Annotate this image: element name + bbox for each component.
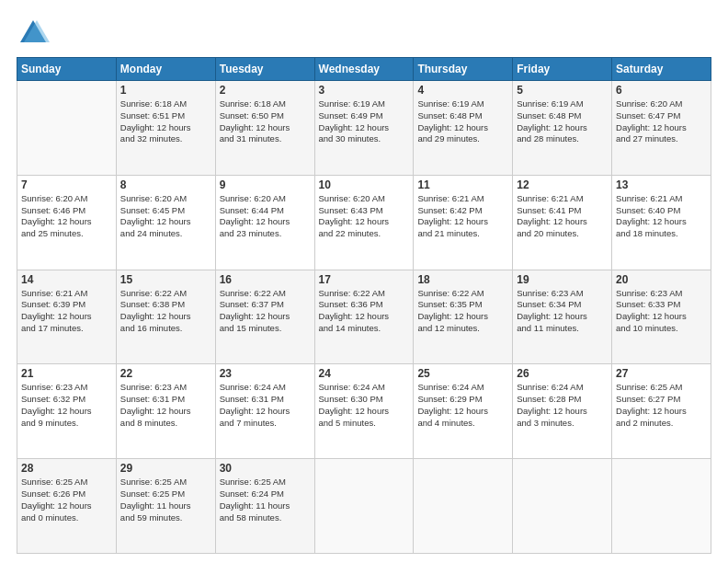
day-number: 29 (120, 462, 211, 475)
page: SundayMondayTuesdayWednesdayThursdayFrid… (0, 0, 728, 563)
day-number: 19 (517, 273, 608, 286)
calendar-week-row: 1Sunrise: 6:18 AM Sunset: 6:51 PM Daylig… (17, 81, 711, 176)
calendar-cell: 18Sunrise: 6:22 AM Sunset: 6:35 PM Dayli… (414, 270, 513, 364)
calendar-cell: 30Sunrise: 6:25 AM Sunset: 6:24 PM Dayli… (215, 459, 314, 554)
logo (17, 17, 55, 50)
day-info: Sunrise: 6:19 AM Sunset: 6:49 PM Dayligh… (319, 98, 410, 145)
calendar-cell: 2Sunrise: 6:18 AM Sunset: 6:50 PM Daylig… (215, 81, 314, 176)
day-number: 25 (417, 367, 508, 380)
weekday-header-friday: Friday (513, 58, 612, 81)
calendar-week-row: 14Sunrise: 6:21 AM Sunset: 6:39 PM Dayli… (17, 270, 711, 364)
day-info: Sunrise: 6:21 AM Sunset: 6:40 PM Dayligh… (616, 193, 707, 240)
day-number: 27 (616, 367, 707, 380)
calendar-cell: 26Sunrise: 6:24 AM Sunset: 6:28 PM Dayli… (513, 364, 612, 459)
day-info: Sunrise: 6:24 AM Sunset: 6:30 PM Dayligh… (319, 382, 410, 429)
day-info: Sunrise: 6:20 AM Sunset: 6:43 PM Dayligh… (319, 193, 410, 240)
day-info: Sunrise: 6:21 AM Sunset: 6:41 PM Dayligh… (517, 193, 608, 240)
calendar-cell: 5Sunrise: 6:19 AM Sunset: 6:48 PM Daylig… (513, 81, 612, 176)
calendar-cell: 15Sunrise: 6:22 AM Sunset: 6:38 PM Dayli… (116, 270, 215, 364)
weekday-header-row: SundayMondayTuesdayWednesdayThursdayFrid… (17, 58, 711, 81)
calendar-cell: 21Sunrise: 6:23 AM Sunset: 6:32 PM Dayli… (17, 364, 117, 459)
day-number: 23 (220, 367, 311, 380)
weekday-header-sunday: Sunday (17, 58, 117, 81)
day-number: 2 (220, 84, 311, 97)
calendar-cell: 10Sunrise: 6:20 AM Sunset: 6:43 PM Dayli… (314, 175, 414, 270)
calendar-cell: 12Sunrise: 6:21 AM Sunset: 6:41 PM Dayli… (513, 175, 612, 270)
calendar-cell: 25Sunrise: 6:24 AM Sunset: 6:29 PM Dayli… (414, 364, 513, 459)
day-number: 11 (417, 178, 508, 191)
day-number: 17 (319, 273, 410, 286)
day-number: 9 (220, 178, 311, 191)
day-info: Sunrise: 6:25 AM Sunset: 6:26 PM Dayligh… (21, 477, 112, 523)
calendar-cell: 9Sunrise: 6:20 AM Sunset: 6:44 PM Daylig… (215, 175, 314, 270)
calendar-cell: 4Sunrise: 6:19 AM Sunset: 6:48 PM Daylig… (414, 81, 513, 176)
calendar-cell (612, 459, 711, 554)
calendar-cell: 7Sunrise: 6:20 AM Sunset: 6:46 PM Daylig… (17, 175, 117, 270)
calendar-cell: 17Sunrise: 6:22 AM Sunset: 6:36 PM Dayli… (314, 270, 414, 364)
day-number: 5 (517, 84, 608, 97)
day-number: 16 (220, 273, 311, 286)
calendar-cell (17, 81, 117, 176)
header (17, 17, 711, 50)
day-number: 30 (220, 462, 311, 475)
day-number: 18 (417, 273, 508, 286)
day-info: Sunrise: 6:20 AM Sunset: 6:46 PM Dayligh… (21, 193, 112, 240)
calendar-cell: 22Sunrise: 6:23 AM Sunset: 6:31 PM Dayli… (116, 364, 215, 459)
day-number: 6 (616, 84, 707, 97)
day-number: 14 (21, 273, 112, 286)
day-number: 26 (517, 367, 608, 380)
day-info: Sunrise: 6:25 AM Sunset: 6:25 PM Dayligh… (120, 477, 211, 523)
day-number: 15 (120, 273, 211, 286)
calendar-cell: 13Sunrise: 6:21 AM Sunset: 6:40 PM Dayli… (612, 175, 711, 270)
weekday-header-saturday: Saturday (612, 58, 711, 81)
weekday-header-thursday: Thursday (414, 58, 513, 81)
day-number: 8 (120, 178, 211, 191)
calendar-cell: 14Sunrise: 6:21 AM Sunset: 6:39 PM Dayli… (17, 270, 117, 364)
day-info: Sunrise: 6:20 AM Sunset: 6:47 PM Dayligh… (616, 98, 707, 145)
day-info: Sunrise: 6:21 AM Sunset: 6:42 PM Dayligh… (417, 193, 508, 240)
calendar-week-row: 28Sunrise: 6:25 AM Sunset: 6:26 PM Dayli… (17, 459, 711, 554)
day-info: Sunrise: 6:22 AM Sunset: 6:37 PM Dayligh… (220, 288, 311, 335)
calendar-week-row: 7Sunrise: 6:20 AM Sunset: 6:46 PM Daylig… (17, 175, 711, 270)
calendar-cell: 6Sunrise: 6:20 AM Sunset: 6:47 PM Daylig… (612, 81, 711, 176)
day-number: 22 (120, 367, 211, 380)
calendar-cell: 19Sunrise: 6:23 AM Sunset: 6:34 PM Dayli… (513, 270, 612, 364)
day-info: Sunrise: 6:22 AM Sunset: 6:38 PM Dayligh… (120, 288, 211, 335)
calendar-table: SundayMondayTuesdayWednesdayThursdayFrid… (17, 57, 711, 554)
calendar-cell: 23Sunrise: 6:24 AM Sunset: 6:31 PM Dayli… (215, 364, 314, 459)
day-info: Sunrise: 6:24 AM Sunset: 6:31 PM Dayligh… (220, 382, 311, 429)
day-number: 4 (417, 84, 508, 97)
day-info: Sunrise: 6:19 AM Sunset: 6:48 PM Dayligh… (417, 98, 508, 145)
day-info: Sunrise: 6:24 AM Sunset: 6:29 PM Dayligh… (417, 382, 508, 429)
day-number: 7 (21, 178, 112, 191)
day-info: Sunrise: 6:23 AM Sunset: 6:33 PM Dayligh… (616, 288, 707, 335)
day-info: Sunrise: 6:24 AM Sunset: 6:28 PM Dayligh… (517, 382, 608, 429)
calendar-week-row: 21Sunrise: 6:23 AM Sunset: 6:32 PM Dayli… (17, 364, 711, 459)
day-info: Sunrise: 6:20 AM Sunset: 6:45 PM Dayligh… (120, 193, 211, 240)
weekday-header-tuesday: Tuesday (215, 58, 314, 81)
calendar-cell: 11Sunrise: 6:21 AM Sunset: 6:42 PM Dayli… (414, 175, 513, 270)
calendar-cell: 3Sunrise: 6:19 AM Sunset: 6:49 PM Daylig… (314, 81, 414, 176)
day-number: 24 (319, 367, 410, 380)
calendar-cell: 24Sunrise: 6:24 AM Sunset: 6:30 PM Dayli… (314, 364, 414, 459)
day-info: Sunrise: 6:22 AM Sunset: 6:36 PM Dayligh… (319, 288, 410, 335)
day-info: Sunrise: 6:25 AM Sunset: 6:24 PM Dayligh… (220, 477, 311, 523)
day-info: Sunrise: 6:18 AM Sunset: 6:51 PM Dayligh… (120, 98, 211, 145)
day-info: Sunrise: 6:25 AM Sunset: 6:27 PM Dayligh… (616, 382, 707, 429)
calendar-cell (513, 459, 612, 554)
calendar-cell: 27Sunrise: 6:25 AM Sunset: 6:27 PM Dayli… (612, 364, 711, 459)
day-number: 10 (319, 178, 410, 191)
calendar-cell (314, 459, 414, 554)
logo-icon (17, 17, 50, 50)
day-info: Sunrise: 6:21 AM Sunset: 6:39 PM Dayligh… (21, 288, 112, 335)
calendar-cell: 28Sunrise: 6:25 AM Sunset: 6:26 PM Dayli… (17, 459, 117, 554)
calendar-cell: 20Sunrise: 6:23 AM Sunset: 6:33 PM Dayli… (612, 270, 711, 364)
weekday-header-monday: Monday (116, 58, 215, 81)
calendar-cell: 16Sunrise: 6:22 AM Sunset: 6:37 PM Dayli… (215, 270, 314, 364)
calendar-cell: 8Sunrise: 6:20 AM Sunset: 6:45 PM Daylig… (116, 175, 215, 270)
day-number: 3 (319, 84, 410, 97)
weekday-header-wednesday: Wednesday (314, 58, 414, 81)
calendar-cell: 29Sunrise: 6:25 AM Sunset: 6:25 PM Dayli… (116, 459, 215, 554)
day-number: 28 (21, 462, 112, 475)
day-info: Sunrise: 6:22 AM Sunset: 6:35 PM Dayligh… (417, 288, 508, 335)
